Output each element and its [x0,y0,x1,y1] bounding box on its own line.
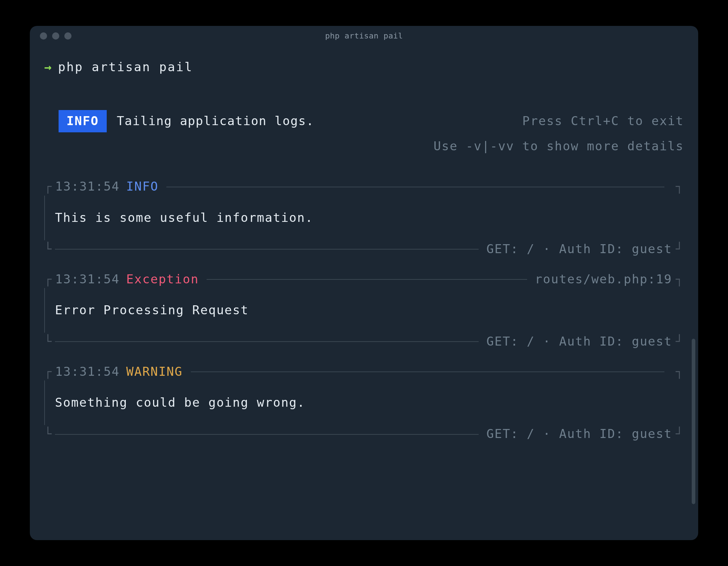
log-entry-footer: └ GET: / · Auth ID: guest ┘ [44,427,684,441]
log-entry: ┌ 13:31:54 WARNING ┐ Something could be … [44,364,684,441]
log-level: INFO [126,178,158,195]
log-entry-header: ┌ 13:31:54 INFO ┐ [44,179,684,194]
status-message: Tailing application logs. [117,112,314,130]
box-corner-icon: └ [44,240,55,258]
box-corner-icon: ┌ [44,363,51,380]
log-time: 13:31:54 [55,363,120,380]
exit-hint: Press Ctrl+C to exit [522,112,684,130]
box-corner-icon: ┐ [676,270,684,288]
prompt-arrow-icon: → [44,58,51,76]
log-entry: ┌ 13:31:54 Exception routes/web.php:19 ┐… [44,272,684,348]
titlebar: php artisan pail [30,26,698,46]
box-corner-icon: ┌ [44,270,51,288]
log-time: 13:31:54 [55,178,120,195]
box-corner-icon: └ [44,425,55,443]
box-corner-icon: └ [44,333,55,350]
box-corner-icon: ┐ [676,363,684,380]
status-badge: INFO [59,110,107,132]
log-request-meta: GET: / · Auth ID: guest [487,240,672,258]
status-block: INFO Tailing application logs. Press Ctr… [44,110,684,155]
box-corner-icon: ┘ [676,333,684,350]
log-entry-header: ┌ 13:31:54 WARNING ┐ [44,364,684,379]
scrollbar[interactable] [692,339,695,504]
box-corner-icon: ┘ [676,425,684,443]
log-message: This is some useful information. [45,194,684,242]
log-level: WARNING [126,363,183,380]
terminal-window: php artisan pail → php artisan pail INFO… [30,26,698,540]
window-title: php artisan pail [30,31,698,40]
log-request-meta: GET: / · Auth ID: guest [487,333,672,350]
log-time: 13:31:54 [55,270,120,288]
log-source: routes/web.php:19 [535,270,672,288]
box-corner-icon: ┌ [44,178,51,195]
log-entry-footer: └ GET: / · Auth ID: guest ┘ [44,242,684,256]
prompt-command: php artisan pail [58,58,193,76]
box-corner-icon: ┘ [676,240,684,258]
terminal-body[interactable]: → php artisan pail INFO Tailing applicat… [30,46,698,540]
log-message: Error Processing Request [45,286,684,334]
log-level: Exception [126,270,199,288]
log-request-meta: GET: / · Auth ID: guest [487,425,672,443]
log-entry-footer: └ GET: / · Auth ID: guest ┘ [44,334,684,348]
prompt-line: → php artisan pail [44,58,684,76]
box-corner-icon: ┐ [676,178,684,195]
log-message: Something could be going wrong. [45,379,684,426]
log-entry: ┌ 13:31:54 INFO ┐ This is some useful in… [44,179,684,256]
verbose-hint: Use -v|-vv to show more details [433,139,684,153]
log-entries: ┌ 13:31:54 INFO ┐ This is some useful in… [44,179,684,441]
log-entry-header: ┌ 13:31:54 Exception routes/web.php:19 ┐ [44,272,684,286]
